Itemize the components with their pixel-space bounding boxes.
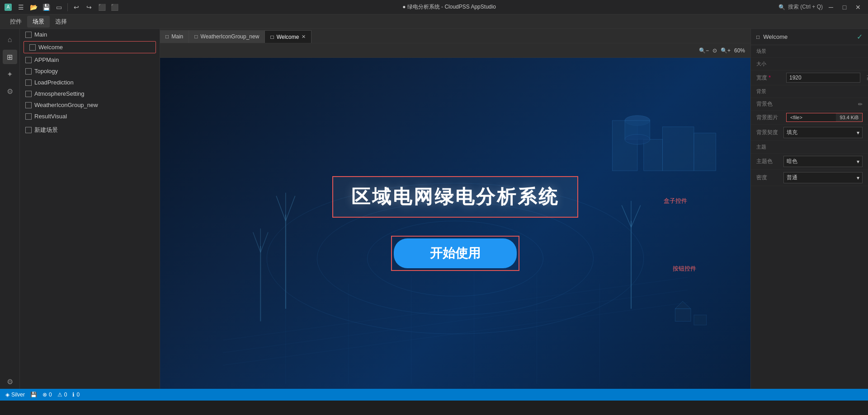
- title-bar-left: A ☰ 📂 💾 ▭ ↩ ↪ ⬛ ⬛: [5, 2, 120, 13]
- tab-icon-welcome: □: [270, 34, 274, 40]
- menu-scenes[interactable]: 场景: [27, 16, 50, 28]
- rp-theme-select[interactable]: 暗色 ▾: [783, 156, 863, 167]
- density-chevron-down-icon: ▾: [857, 175, 859, 181]
- icon-layers[interactable]: ⊞: [3, 50, 17, 64]
- app-logo: A: [5, 4, 12, 11]
- redo-btn[interactable]: ↪: [84, 2, 94, 13]
- status-user: ◈ Silver: [5, 392, 25, 398]
- search-label[interactable]: 搜索 (Ctrl + Q): [788, 3, 823, 11]
- sidebar-item-appmain[interactable]: APPMain: [20, 54, 160, 65]
- right-panel-confirm-icon[interactable]: ✓: [857, 33, 863, 41]
- error-count: 0: [49, 392, 52, 398]
- svg-rect-17: [662, 127, 693, 171]
- rp-bgimage-row: 背景图片 <file> 93.4 KiB: [751, 111, 868, 125]
- svg-line-4: [276, 196, 286, 221]
- rp-density-select[interactable]: 普通 ▾: [783, 172, 863, 183]
- center-overlay: 区域电网绿电分析系统 开始使用: [332, 176, 578, 271]
- menu-btn[interactable]: ☰: [15, 2, 26, 13]
- open-btn[interactable]: 📂: [28, 2, 39, 13]
- save-btn[interactable]: 💾: [41, 2, 52, 13]
- rp-width-label: 宽度: [756, 74, 783, 82]
- rp-bgfit-select[interactable]: 填充 ▾: [783, 127, 863, 138]
- scene-icon-resultvisual: [25, 113, 32, 120]
- zoom-in-btn[interactable]: 🔍+: [721, 47, 731, 54]
- svg-line-9: [260, 232, 268, 252]
- scene-icon-welcome: [29, 44, 36, 51]
- share-btn[interactable]: ⬛: [109, 2, 120, 13]
- rp-bgfit-label: 背景契度: [756, 129, 783, 136]
- rp-width-input[interactable]: [786, 73, 860, 83]
- svg-rect-16: [644, 140, 663, 171]
- tab-close-welcome[interactable]: ✕: [302, 34, 306, 40]
- blank-btn[interactable]: ▭: [53, 2, 64, 13]
- sidebar-item-resultvisual[interactable]: ResultVisual: [20, 111, 160, 122]
- svg-line-24: [223, 303, 688, 365]
- new-scene-icon: [25, 127, 32, 133]
- rp-bgcolor-edit-icon[interactable]: ✏: [858, 101, 863, 107]
- scene-icon-main: [25, 32, 32, 38]
- svg-line-23: [223, 290, 688, 353]
- search-icon: 🔍: [778, 4, 785, 10]
- status-warning: ⚠ 0: [57, 392, 67, 398]
- rp-section-bg: 背景: [751, 85, 868, 98]
- new-scene-btn[interactable]: 新建场景: [20, 124, 160, 136]
- annotation-button: 按钮控件: [673, 265, 696, 273]
- sidebar-item-atmospheresetting[interactable]: AtmosphereSetting: [20, 88, 160, 99]
- rp-bgfit-row: 背景契度 填充 ▾: [751, 125, 868, 141]
- scene-icon-loadprediction: [25, 79, 32, 86]
- status-info: ℹ 0: [72, 392, 80, 398]
- start-button-box: 开始使用: [391, 236, 519, 271]
- tab-icon-main: □: [165, 33, 169, 40]
- tab-welcome[interactable]: □ Welcome ✕: [265, 30, 311, 43]
- status-save: 💾: [30, 392, 37, 398]
- canvas-content[interactable]: 区域电网绿电分析系统 开始使用 盒子控件 按钮控件: [160, 58, 750, 389]
- zoom-circle-btn[interactable]: ⊙: [712, 47, 717, 54]
- annotation-box: 盒子控件: [664, 197, 687, 205]
- menu-select[interactable]: 选择: [50, 16, 72, 28]
- zoom-out-btn[interactable]: 🔍−: [699, 47, 709, 54]
- sidebar-item-welcome[interactable]: Welcome: [24, 41, 156, 53]
- sidebar-item-main[interactable]: Main: [20, 29, 160, 40]
- rp-file-container[interactable]: <file> 93.4 KiB: [786, 113, 863, 122]
- right-panel-scene-icon: □: [756, 34, 760, 40]
- canvas-toolbar: 🔍− ⊙ 🔍+ 60%: [160, 43, 750, 58]
- maximize-btn[interactable]: □: [839, 2, 850, 13]
- svg-line-13: [631, 205, 641, 227]
- icon-settings[interactable]: ✦: [3, 67, 17, 81]
- undo-btn[interactable]: ↩: [71, 2, 82, 13]
- user-name: Silver: [11, 392, 25, 398]
- tab-weathericongroup[interactable]: □ WeatherIconGroup_new: [189, 30, 265, 43]
- warning-count: 0: [64, 392, 67, 398]
- main-title-text: 区域电网绿电分析系统: [351, 184, 559, 210]
- status-error: ⊗ 0: [42, 392, 52, 398]
- export-btn[interactable]: ⬛: [96, 2, 107, 13]
- icon-tools[interactable]: ⚙: [3, 84, 17, 98]
- svg-marker-32: [675, 301, 691, 309]
- icon-bottom-settings[interactable]: ⚙: [3, 374, 17, 389]
- rp-section-scene: 场景: [751, 45, 868, 58]
- zoom-level: 60%: [734, 47, 745, 54]
- tab-main[interactable]: □ Main: [160, 30, 189, 43]
- rp-section-size: 大小: [751, 58, 868, 70]
- start-button[interactable]: 开始使用: [394, 238, 517, 268]
- minimize-btn[interactable]: ─: [826, 2, 836, 13]
- sidebar-item-topology[interactable]: Topology: [20, 65, 160, 77]
- title-bar: A ☰ 📂 💾 ▭ ↩ ↪ ⬛ ⬛ ● 绿电分析系统 - CloudPSS Ap…: [0, 0, 868, 14]
- window-title: ● 绿电分析系统 - CloudPSS AppStudio: [402, 3, 496, 11]
- sidebar-item-loadprediction[interactable]: LoadPrediction: [20, 77, 160, 88]
- svg-line-5: [286, 196, 295, 221]
- sidebar-item-weathericongroup[interactable]: WeatherIconGroup_new: [20, 99, 160, 111]
- tab-bar: □ Main □ WeatherIconGroup_new □ Welcome …: [160, 29, 750, 43]
- svg-line-22: [223, 277, 688, 340]
- save-status-icon: 💾: [30, 392, 37, 398]
- scene-icon-appmain: [25, 57, 32, 63]
- error-icon: ⊗: [42, 392, 47, 398]
- rp-bgfit-value: 填充: [787, 129, 797, 136]
- close-btn[interactable]: ✕: [853, 2, 863, 13]
- sidebar: Main Welcome APPMain Topology LoadPredic…: [20, 29, 160, 389]
- user-icon: ◈: [5, 392, 9, 398]
- icon-home[interactable]: ⌂: [3, 33, 17, 47]
- rp-section-theme: 主题: [751, 141, 868, 154]
- menu-controls[interactable]: 控件: [5, 16, 27, 28]
- main-layout: ⌂ ⊞ ✦ ⚙ ⚙ Main Welcome APPMain Topology …: [0, 29, 868, 389]
